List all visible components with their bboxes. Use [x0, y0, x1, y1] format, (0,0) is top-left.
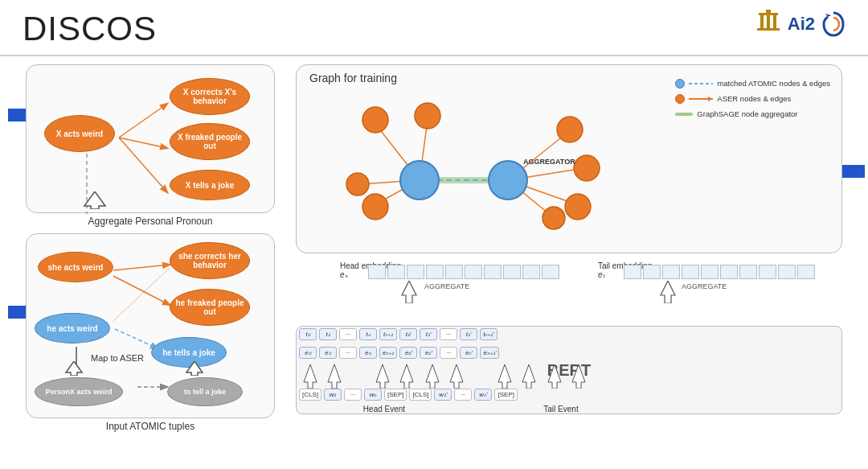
token-t1: t₁: [319, 328, 337, 340]
token-edots1: ···: [339, 347, 357, 359]
aggregate-panel-label: Aggregate Personal Pronoun: [27, 216, 274, 227]
graph-svg: AGGREGATOR: [303, 80, 649, 245]
t-token-row: t₀ t₁ ··· tₙ tₙ₊₁ t₀' t₁' ··· tₙ' tₙ₊₁': [299, 328, 497, 340]
node-he-acts: he acts weird: [35, 313, 110, 344]
svg-line-10: [119, 138, 167, 148]
divider: [0, 55, 868, 56]
page-title: DISCOS: [23, 10, 157, 48]
token-tnp: tₙ': [460, 328, 477, 340]
node-x-acts-weird: X acts weird: [44, 115, 115, 152]
svg-rect-4: [773, 15, 776, 28]
w-token-row-head: [CLS] w₁ ··· wₙ [SEP] [CLS] w₁' ··· wₙ' …: [299, 389, 518, 401]
embed-cell: [484, 265, 502, 279]
svg-rect-5: [757, 28, 780, 31]
token-e0p: e₀': [399, 347, 417, 359]
embed-cell: [720, 265, 738, 279]
tail-agg-arrow: [659, 281, 677, 303]
embed-cell: [445, 265, 463, 279]
embed-cell: [739, 265, 757, 279]
svg-rect-1: [759, 13, 778, 15]
token-cls1: [CLS]: [299, 389, 321, 401]
svg-marker-53: [426, 364, 439, 389]
tail-event-label: Tail Event: [521, 405, 601, 413]
token-en1: eₙ₊₁: [379, 347, 397, 359]
svg-rect-3: [767, 15, 770, 28]
token-tn: tₙ: [359, 328, 377, 340]
svg-line-14: [113, 265, 170, 270]
token-wdots: ···: [344, 389, 362, 401]
svg-marker-56: [522, 364, 535, 389]
input-arrows-svg: [299, 364, 845, 389]
embed-cell: [643, 265, 661, 279]
svg-text:AGGREGATOR: AGGREGATOR: [523, 158, 575, 166]
svg-point-37: [415, 103, 440, 129]
node-he-freaked: he freaked people out: [170, 289, 250, 326]
head-aggregate-label: AGGREGATE: [424, 282, 469, 290]
legend-solid-line: [689, 95, 713, 103]
svg-rect-0: [766, 10, 771, 13]
svg-marker-54: [450, 364, 463, 389]
embed-cell: [503, 265, 521, 279]
embed-cell: [407, 265, 424, 279]
token-w1: w₁: [324, 389, 342, 401]
panel-input: Input ATOMIC tuples she acts w: [26, 233, 275, 418]
svg-point-43: [574, 155, 600, 181]
legend-graphsage-label: GraphSAGE node aggregator: [697, 107, 797, 121]
svg-line-9: [119, 104, 167, 138]
token-e1: e₁: [319, 347, 337, 359]
input-panel-label: Input ATOMIC tuples: [27, 421, 274, 432]
token-wn: wₙ: [364, 389, 382, 401]
token-t1p: t₁': [420, 328, 437, 340]
map-to-aser-label: Map to ASER: [91, 353, 144, 363]
tail-embed-row: [624, 265, 815, 279]
svg-marker-13: [84, 191, 105, 209]
panel-aggregate: Aggregate Personal Pronoun X acts weird …: [26, 64, 275, 213]
svg-line-11: [119, 138, 167, 192]
svg-marker-49: [304, 364, 317, 389]
embed-cell: [542, 265, 559, 279]
svg-point-41: [489, 161, 527, 200]
token-t0p: t₀': [399, 328, 417, 340]
svg-rect-2: [760, 15, 764, 28]
svg-marker-50: [328, 364, 341, 389]
token-e0: e₀: [299, 347, 317, 359]
legend-blue-circle: [675, 79, 685, 88]
token-edots2: ···: [440, 347, 457, 359]
token-en1p: eₙ₊₁': [480, 347, 499, 359]
svg-marker-55: [498, 364, 511, 389]
head-event-label: Head Event: [344, 405, 424, 413]
legend-green-line: [675, 113, 693, 116]
token-e1p: e₁': [420, 347, 437, 359]
embed-cell: [465, 265, 482, 279]
token-w1p: w₁': [434, 389, 452, 401]
token-wnp: wₙ': [474, 389, 492, 401]
token-tn1: tₙ₊₁: [379, 328, 397, 340]
node-she-corrects: she corrects her behavior: [170, 242, 250, 279]
embed-cell: [797, 265, 815, 279]
agg-up-arrow: [83, 191, 107, 212]
embed-cell: [387, 265, 405, 279]
node-to-tell: to tell a joke: [167, 377, 243, 406]
embed-cell: [701, 265, 719, 279]
svg-point-36: [362, 107, 388, 133]
token-sep1: [SEP]: [384, 389, 407, 401]
svg-marker-47: [402, 281, 416, 303]
node-she-acts: she acts weird: [38, 252, 113, 282]
node-x-freaked: X freaked people out: [170, 123, 250, 160]
svg-marker-25: [708, 97, 713, 101]
svg-point-44: [565, 194, 591, 220]
svg-line-16: [115, 329, 158, 348]
svg-marker-58: [572, 364, 585, 389]
graph-legend: matched ATOMIC nodes & edges ASER nodes …: [675, 76, 830, 122]
token-enp: eₙ': [460, 347, 477, 359]
head-embed-row: [368, 265, 559, 279]
embed-cell: [368, 265, 386, 279]
token-wdots2: ···: [454, 389, 472, 401]
svg-marker-22: [186, 361, 203, 376]
token-t0: t₀: [299, 328, 317, 340]
legend-aser-label: ASER nodes & edges: [717, 92, 791, 105]
institution-icon: [755, 10, 781, 39]
svg-point-45: [542, 207, 565, 229]
svg-marker-48: [661, 281, 675, 303]
map-up-arrow-2: [185, 361, 204, 379]
